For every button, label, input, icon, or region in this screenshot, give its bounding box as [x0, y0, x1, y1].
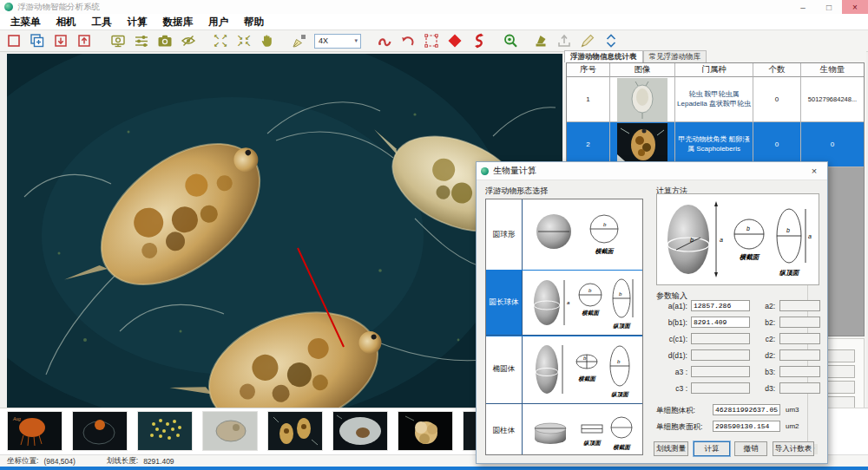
maximize-button[interactable]: □ — [816, 0, 842, 14]
row-species: 轮虫 鞍甲轮虫属 Lepadella 盘状鞍甲轮虫 — [675, 77, 753, 122]
col-image: 图像 — [610, 63, 675, 77]
zoom-shrink-icon[interactable]: ↘↙↗↖ — [235, 32, 253, 49]
param-label: c2: — [754, 335, 775, 343]
param-a2-input[interactable] — [779, 300, 820, 311]
param-a1-input[interactable] — [691, 300, 750, 311]
menu-main[interactable]: 主菜单 — [10, 16, 41, 29]
chevron-down-icon: ▾ — [354, 37, 360, 44]
thumbnail[interactable]: 000815_02113... — [69, 411, 130, 460]
diamond-icon[interactable] — [446, 32, 464, 49]
undo-icon[interactable] — [399, 32, 417, 49]
import-icon[interactable] — [52, 32, 69, 49]
svg-text:b: b — [746, 225, 750, 232]
param-label: a2: — [754, 302, 775, 310]
shape-option-prolate[interactable]: 圆长球体 a b 横截面 b 纵 — [486, 271, 642, 336]
minimize-button[interactable]: – — [790, 0, 816, 14]
thumbnail[interactable]: 018580_04017... — [200, 411, 260, 460]
spin-chevrons-icon[interactable] — [602, 32, 620, 49]
marquee-icon[interactable] — [423, 32, 440, 49]
svg-text:b: b — [617, 359, 621, 364]
svg-text:a: a — [567, 300, 570, 305]
thumbnail[interactable]: 026127_05019... — [395, 411, 456, 460]
param-d2-input[interactable] — [779, 349, 820, 361]
param-d3-input[interactable] — [779, 382, 820, 394]
param-label: d(d1): — [653, 351, 687, 360]
picker-pen-icon[interactable] — [291, 32, 308, 49]
svg-text:Aug: Aug — [12, 416, 21, 421]
prolate-diagram-icon: a b 横截面 b 纵顶面 — [523, 271, 642, 335]
table-row[interactable]: 1 轮虫 鞍甲轮虫属 Lepadella 盘状鞍甲轮虫 0 5012796842… — [567, 77, 864, 122]
thumbnail[interactable]: 007276_03078... — [135, 411, 195, 460]
adjust-icon[interactable] — [133, 32, 150, 49]
tab-library[interactable]: 常见浮游动物库 — [643, 50, 707, 62]
upload-icon[interactable] — [556, 32, 573, 49]
hide-eye-icon[interactable] — [180, 32, 197, 49]
ellipsoid-diagram-icon: b 横截面 b 纵顶面 — [523, 336, 642, 403]
calculate-button[interactable]: 计算 — [694, 441, 730, 456]
line-measure-button[interactable]: 划线测量 — [654, 441, 688, 456]
cylinder-diagram-icon: 纵顶面 横截面 — [523, 404, 642, 455]
thumbnail[interactable]: Aug 000095_02009... — [4, 411, 65, 460]
dialog-title: 生物量计算 — [493, 165, 536, 177]
pan-hand-icon[interactable] — [259, 32, 276, 49]
col-count: 个数 — [753, 63, 801, 77]
shape-label: 圆长球体 — [486, 271, 523, 335]
svg-text:b: b — [690, 237, 694, 243]
param-b2-input[interactable] — [779, 317, 820, 328]
param-c3-input[interactable] — [691, 382, 750, 394]
menu-tools[interactable]: 工具 — [92, 16, 112, 29]
param-b1-input[interactable] — [691, 317, 750, 328]
add-image-icon[interactable] — [29, 32, 46, 49]
stamp-icon[interactable] — [532, 32, 549, 49]
param-b3-input[interactable] — [779, 366, 820, 377]
edit-pencil-icon[interactable] — [579, 32, 596, 49]
param-c1-input[interactable] — [691, 333, 750, 344]
menu-camera[interactable]: 相机 — [56, 16, 76, 29]
flash-icon[interactable] — [470, 32, 487, 49]
thumbnail[interactable]: 025837_05018... — [330, 411, 391, 460]
method-diagram: b a b 横截面 b a 纵顶面 — [656, 193, 819, 285]
svg-text:横截面: 横截面 — [595, 248, 615, 255]
close-button[interactable]: × — [842, 0, 868, 14]
shape-option-sphere[interactable]: 圆球形 b 横截面 — [486, 199, 642, 271]
import-count-table-button[interactable]: 导入计数表 — [773, 441, 814, 456]
menu-database[interactable]: 数据库 — [163, 16, 194, 29]
line-length-value: 8291.409 — [143, 457, 174, 466]
new-image-icon[interactable] — [5, 32, 23, 49]
svg-text:b: b — [603, 222, 607, 227]
menu-help[interactable]: 帮助 — [244, 16, 264, 29]
thumbnail[interactable]: 025089_05017... — [265, 411, 326, 460]
zoom-expand-icon[interactable]: ↖↗↙↘ — [212, 32, 229, 49]
title-bar: 浮游动物智能分析系统 – □ × — [0, 0, 868, 15]
param-label: d2: — [754, 351, 775, 360]
capture-icon[interactable] — [156, 32, 174, 49]
dialog-close-button[interactable]: × — [801, 162, 827, 180]
undo-button[interactable]: 撤销 — [734, 441, 767, 456]
surface-input[interactable] — [713, 421, 780, 432]
param-c2-input[interactable] — [779, 333, 820, 344]
param-a3-input[interactable] — [691, 366, 750, 377]
svg-text:横截面: 横截面 — [739, 253, 760, 261]
export-icon[interactable] — [76, 32, 93, 49]
coord-label: 坐标位置: — [7, 456, 38, 467]
volume-input[interactable] — [713, 404, 780, 415]
shape-option-ellipsoid[interactable]: 椭圆体 b 横截面 b 纵顶面 — [486, 336, 642, 404]
param-label: b(b1): — [653, 318, 687, 327]
svg-text:横截面: 横截面 — [577, 375, 596, 382]
menu-calc[interactable]: 计算 — [128, 16, 148, 29]
svg-text:横截面: 横截面 — [581, 310, 600, 317]
draw-curve-icon[interactable] — [376, 32, 393, 49]
panel-tabs: 浮游动物信息统计表 常见浮游动物库 — [564, 50, 707, 62]
param-label: b2: — [754, 318, 775, 327]
tab-statistics[interactable]: 浮游动物信息统计表 — [564, 50, 643, 62]
shape-option-cylinder[interactable]: 圆柱体 纵顶面 横截面 — [486, 404, 642, 455]
svg-text:a: a — [808, 233, 812, 239]
search-icon[interactable] — [502, 32, 519, 49]
preview-icon[interactable] — [109, 32, 127, 49]
svg-text:b: b — [786, 227, 790, 233]
param-d1-input[interactable] — [691, 349, 750, 361]
dialog-title-bar[interactable]: 生物量计算 × — [477, 162, 827, 180]
zoom-level-value: 4X — [319, 36, 328, 45]
zoom-level-select[interactable]: 4X▾ — [314, 34, 361, 49]
menu-user[interactable]: 用户 — [208, 16, 228, 29]
